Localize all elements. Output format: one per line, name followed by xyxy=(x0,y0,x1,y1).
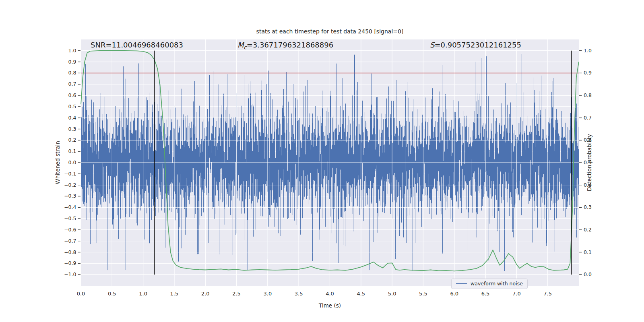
y-tick-label-left: 0.4 xyxy=(59,115,76,121)
y-tick-label-right: 0.6 xyxy=(584,137,601,143)
y-tick-label-right: 0.7 xyxy=(584,115,601,121)
y-tick-label-right: 0.3 xyxy=(584,204,601,211)
y-tick-label-right: 1.0 xyxy=(584,47,601,54)
y-tick-label-right: 0.4 xyxy=(584,182,601,188)
y-tick-label-right: 0.8 xyxy=(584,92,601,99)
legend-label: waveform with noise xyxy=(471,281,523,287)
y-tick-label-left: 0.3 xyxy=(59,126,76,132)
y-tick-label-left: −1.0 xyxy=(59,271,76,278)
annotation-mc-subscript: c xyxy=(244,44,247,50)
legend-line-sample xyxy=(456,283,467,284)
y-tick-label-left: 0.5 xyxy=(59,103,76,110)
x-tick-label: 2.0 xyxy=(196,291,214,297)
annotation-mc-value: =3.3671796321868896 xyxy=(247,41,334,49)
x-tick-label: 4.0 xyxy=(321,291,339,297)
annotation-snr: SNR=11.0046968460083 xyxy=(91,41,183,49)
x-tick-label: 3.5 xyxy=(290,291,308,297)
x-tick-label: 1.5 xyxy=(165,291,183,297)
annotation-significance: S=0.9057523012161255 xyxy=(430,41,521,49)
y-tick-label-right: 0.5 xyxy=(584,159,601,166)
y-tick-label-left: −0.5 xyxy=(59,215,76,222)
annotation-snr-text: SNR=11.0046968460083 xyxy=(91,41,183,49)
y-tick-label-left: 0.0 xyxy=(59,159,76,166)
x-tick-label: 6.5 xyxy=(477,291,494,297)
legend: waveform with noise xyxy=(451,279,528,289)
x-tick-label: 5.0 xyxy=(383,291,401,297)
y-tick-label-left: 0.1 xyxy=(59,148,76,155)
y-tick-label-right: 0.9 xyxy=(584,70,601,76)
y-tick-label-left: 0.2 xyxy=(59,137,76,143)
annotation-s-value: =0.9057523012161255 xyxy=(434,41,521,49)
y-tick-label-left: −0.7 xyxy=(59,238,76,244)
figure: stats at each timestep for test data 245… xyxy=(0,0,644,322)
y-tick-label-right: 0.1 xyxy=(584,249,601,256)
annotation-chirp-mass: Mc=3.3671796321868896 xyxy=(237,41,333,50)
x-tick-label: 0.5 xyxy=(103,291,121,297)
x-tick-label: 7.5 xyxy=(539,291,557,297)
y-tick-label-left: −0.4 xyxy=(59,204,76,211)
y-tick-label-left: 0.8 xyxy=(59,70,76,76)
y-tick-label-left: −0.8 xyxy=(59,249,76,256)
annotation-s-symbol: S xyxy=(430,41,434,49)
y-tick-label-left: 0.9 xyxy=(59,59,76,65)
y-tick-label-right: 0.2 xyxy=(584,227,601,233)
x-tick-label: 4.5 xyxy=(352,291,370,297)
x-tick-label: 2.5 xyxy=(228,291,246,297)
x-tick-label: 5.5 xyxy=(414,291,432,297)
y-tick-label-left: −0.6 xyxy=(59,227,76,233)
x-tick-label: 1.0 xyxy=(134,291,152,297)
y-tick-label-left: −0.2 xyxy=(59,182,76,188)
x-axis-label: Time (s) xyxy=(81,302,579,309)
chart-title: stats at each timestep for test data 245… xyxy=(81,28,579,35)
y-tick-label-left: 0.7 xyxy=(59,81,76,87)
x-tick-label: 3.0 xyxy=(259,291,277,297)
y-tick-label-left: −0.1 xyxy=(59,171,76,177)
annotation-mc-symbol: M xyxy=(237,41,244,49)
x-tick-label: 7.0 xyxy=(508,291,525,297)
y-tick-label-right: 0.0 xyxy=(584,271,601,278)
x-tick-label: 6.0 xyxy=(446,291,463,297)
y-tick-label-left: −0.9 xyxy=(59,260,76,266)
y-tick-label-left: −0.3 xyxy=(59,193,76,199)
x-tick-label: 0.0 xyxy=(72,291,90,297)
y-tick-label-left: 1.0 xyxy=(59,47,76,54)
y-tick-label-left: 0.6 xyxy=(59,92,76,99)
